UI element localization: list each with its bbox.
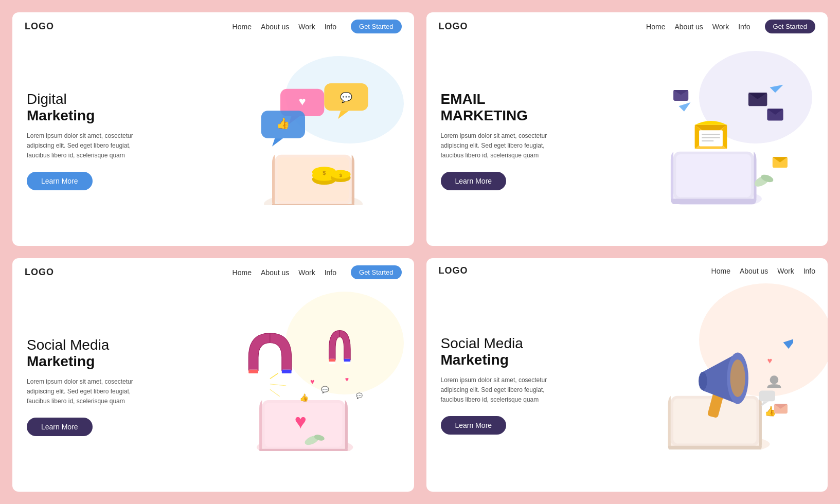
card-text-social-magnet: Social Media Marketing Lorem ipsum dolor… bbox=[27, 292, 194, 481]
nav-digital: LOGO Home About us Work Info Get Started bbox=[12, 12, 414, 41]
svg-text:💬: 💬 bbox=[321, 386, 329, 394]
svg-text:$: $ bbox=[339, 172, 343, 178]
svg-marker-27 bbox=[770, 84, 783, 93]
card-title-social-magnet: Social Media Marketing bbox=[27, 337, 194, 370]
logo-social-megaphone: LOGO bbox=[439, 265, 468, 276]
card-title-digital: Digital Marketing bbox=[27, 91, 194, 124]
svg-text:👍: 👍 bbox=[276, 117, 290, 130]
nav-info-1[interactable]: Info bbox=[325, 23, 336, 31]
svg-marker-61 bbox=[783, 338, 793, 349]
svg-rect-41 bbox=[329, 358, 336, 361]
card-text-email: EMAIL MARKETING Lorem ipsum dolor sit am… bbox=[441, 46, 609, 236]
svg-text:♥: ♥ bbox=[345, 375, 349, 383]
nav-home-4[interactable]: Home bbox=[711, 267, 730, 275]
svg-line-51 bbox=[270, 389, 280, 397]
card-body-social-megaphone: Social Media Marketing Lorem ipsum dolor… bbox=[426, 283, 828, 492]
nav-work-2[interactable]: Work bbox=[712, 23, 729, 31]
svg-line-50 bbox=[270, 384, 286, 385]
nav-about-3[interactable]: About us bbox=[261, 268, 289, 277]
svg-text:💬: 💬 bbox=[356, 392, 363, 399]
card-desc-email: Lorem ipsum dolor sit amet, cosectetur a… bbox=[441, 131, 549, 161]
svg-text:♥: ♥ bbox=[310, 377, 315, 385]
svg-text:👍: 👍 bbox=[299, 393, 309, 402]
card-text-social-megaphone: Social Media Marketing Lorem ipsum dolor… bbox=[441, 289, 609, 481]
card-desc-social-megaphone: Lorem ipsum dolor sit amet, cosectetur a… bbox=[441, 375, 549, 405]
illustration-social-magnet: ♥ bbox=[194, 292, 399, 481]
nav-links-email: Home About us Work Info Get Started bbox=[646, 20, 815, 33]
nav-home-3[interactable]: Home bbox=[233, 268, 252, 277]
nav-social-megaphone: LOGO Home About us Work Info bbox=[426, 258, 828, 283]
svg-point-60 bbox=[730, 359, 745, 397]
magnet-svg: ♥ bbox=[215, 322, 379, 451]
email-svg bbox=[629, 77, 793, 205]
nav-links-digital: Home About us Work Info Get Started bbox=[233, 20, 402, 33]
learn-more-button-4[interactable]: Learn More bbox=[441, 416, 507, 435]
nav-home-2[interactable]: Home bbox=[646, 23, 665, 31]
nav-home-1[interactable]: Home bbox=[233, 23, 252, 31]
svg-rect-64 bbox=[759, 390, 775, 401]
nav-social-magnet: LOGO Home About us Work Info Get Started bbox=[12, 258, 414, 286]
card-desc-social-magnet: Lorem ipsum dolor sit amet, cosectetur a… bbox=[27, 377, 135, 407]
illustration-email bbox=[609, 46, 813, 236]
logo-social-magnet: LOGO bbox=[25, 267, 54, 278]
learn-more-button-1[interactable]: Learn More bbox=[27, 172, 93, 190]
get-started-button-1[interactable]: Get Started bbox=[351, 20, 401, 33]
get-started-button-3[interactable]: Get Started bbox=[351, 265, 401, 279]
card-body-email: EMAIL MARKETING Lorem ipsum dolor sit am… bbox=[426, 41, 828, 246]
svg-text:$: $ bbox=[323, 170, 326, 176]
illustration-social-megaphone: ♥ 👍 bbox=[609, 289, 813, 481]
card-social-magnet: LOGO Home About us Work Info Get Started… bbox=[12, 258, 414, 492]
svg-line-49 bbox=[270, 373, 278, 378]
nav-email: LOGO Home About us Work Info Get Started bbox=[426, 12, 828, 41]
svg-rect-39 bbox=[282, 369, 292, 373]
get-started-button-2[interactable]: Get Started bbox=[765, 20, 815, 33]
logo-email: LOGO bbox=[439, 21, 468, 32]
svg-marker-28 bbox=[678, 102, 690, 112]
learn-more-button-2[interactable]: Learn More bbox=[441, 172, 507, 190]
card-title-social-megaphone: Social Media Marketing bbox=[441, 335, 609, 368]
nav-about-4[interactable]: About us bbox=[740, 267, 768, 275]
nav-links-social-megaphone: Home About us Work Info bbox=[711, 267, 815, 275]
nav-work-4[interactable]: Work bbox=[777, 267, 794, 275]
card-email-marketing: LOGO Home About us Work Info Get Started… bbox=[426, 12, 828, 246]
svg-rect-37 bbox=[249, 369, 259, 373]
svg-text:💬: 💬 bbox=[340, 92, 352, 103]
svg-rect-20 bbox=[699, 130, 723, 146]
nav-about-1[interactable]: About us bbox=[261, 23, 289, 31]
illustration-digital: ♥ 💬 👍 $ $ bbox=[194, 46, 399, 236]
nav-info-2[interactable]: Info bbox=[738, 23, 750, 31]
svg-text:♥: ♥ bbox=[299, 94, 306, 107]
nav-info-4[interactable]: Info bbox=[803, 267, 815, 275]
card-text-digital: Digital Marketing Lorem ipsum dolor sit … bbox=[27, 46, 194, 236]
card-title-email: EMAIL MARKETING bbox=[441, 91, 609, 124]
card-body-social-magnet: Social Media Marketing Lorem ipsum dolor… bbox=[12, 286, 414, 492]
svg-text:♥: ♥ bbox=[295, 410, 307, 433]
card-social-megaphone: LOGO Home About us Work Info Social Medi… bbox=[426, 258, 828, 492]
card-digital-marketing: LOGO Home About us Work Info Get Started… bbox=[12, 12, 414, 246]
card-desc-digital: Lorem ipsum dolor sit amet, cosectetur a… bbox=[27, 131, 135, 161]
svg-text:♥: ♥ bbox=[767, 356, 772, 366]
svg-point-59 bbox=[699, 371, 707, 389]
svg-rect-43 bbox=[344, 358, 350, 361]
nav-about-2[interactable]: About us bbox=[674, 23, 703, 31]
megaphone-svg: ♥ 👍 bbox=[629, 321, 793, 449]
nav-links-social-magnet: Home About us Work Info Get Started bbox=[233, 265, 402, 279]
nav-info-3[interactable]: Info bbox=[325, 268, 336, 277]
digital-svg: ♥ 💬 👍 $ $ bbox=[215, 77, 379, 205]
logo-digital: LOGO bbox=[25, 21, 54, 32]
learn-more-button-3[interactable]: Learn More bbox=[27, 418, 93, 436]
nav-work-1[interactable]: Work bbox=[298, 23, 315, 31]
card-body-digital: Digital Marketing Lorem ipsum dolor sit … bbox=[12, 41, 414, 246]
nav-work-3[interactable]: Work bbox=[298, 268, 315, 277]
svg-rect-18 bbox=[676, 154, 751, 197]
svg-point-63 bbox=[770, 375, 778, 384]
